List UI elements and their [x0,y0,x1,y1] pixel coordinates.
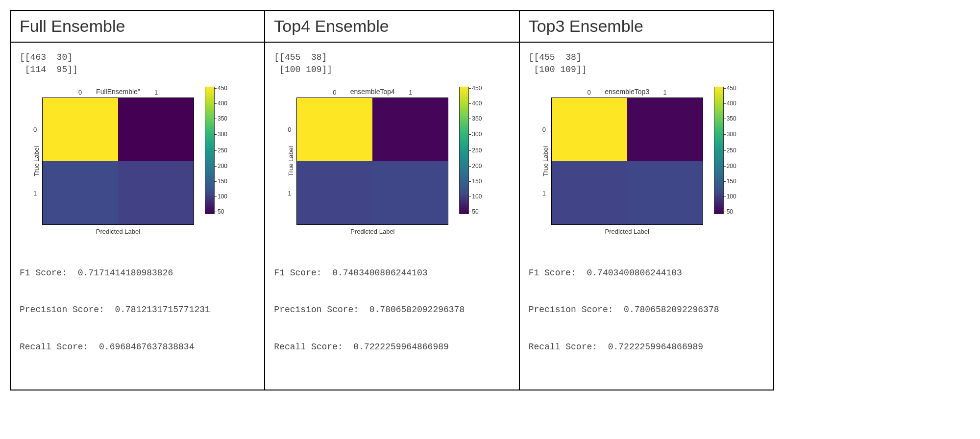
cb-tick: 400 [218,100,227,107]
ensemble-comparison-table: Full Ensemble [[463 30] [114 95]] FullEn… [10,10,774,390]
cb-tick: 350 [727,115,736,122]
x-tick: 0 [333,89,336,96]
confusion-matrix-text: [[463 30] [114 95]] [20,51,255,76]
heatmap-cell [552,161,627,224]
heatmap-cell [627,161,703,224]
panel-full-ensemble: Full Ensemble [[463 30] [114 95]] FullEn… [11,11,265,390]
colorbar: 450 400 350 300 250 200 150 100 50 [714,87,746,214]
heatmap-cell [118,98,194,161]
heatmap-cell [372,161,448,224]
f1-score: F1 Score: 0.7171414180983826 [20,267,255,279]
confusion-heatmap: FullEnsemble" 0 1 0 1 True Label [20,85,255,235]
x-tick: 0 [588,89,591,96]
metrics-block: F1 Score: 0.7403400806244103 Precision S… [529,242,764,378]
x-axis-label: Predicted Label [296,228,448,235]
colorbar-ticks: 450 400 350 300 250 200 150 100 50 [727,87,746,214]
x-axis-label: Predicted Label [42,228,194,235]
heatmap-cell [118,161,194,224]
y-tick: 0 [542,126,546,133]
colorbar-gradient [714,87,724,214]
y-axis-label: True Label [542,146,549,177]
colorbar: 450 400 350 300 250 200 150 100 50 [205,87,237,214]
precision-score: Precision Score: 0.7812131715771231 [20,304,255,316]
cb-tick: 350 [472,115,482,122]
heatmap-cell [43,161,118,224]
recall-score: Recall Score: 0.6968467637838834 [20,341,255,353]
panel-title: Top4 Ensemble [265,11,518,43]
chart-title: ensembleTop4 [296,88,448,96]
heatmap-grid: ensembleTop3 0 1 0 1 True Label [551,98,703,225]
y-tick: 1 [288,190,291,197]
y-axis-label: True Label [288,146,295,177]
confusion-matrix-text: [[455 38] [100 109]] [274,51,510,76]
heatmap-grid: ensembleTop4 0 1 0 1 True Label [296,98,448,225]
y-tick: 0 [33,126,37,133]
cb-tick: 300 [727,131,736,138]
f1-score: F1 Score: 0.7403400806244103 [274,267,510,279]
cb-tick: 150 [472,178,482,185]
heatmap-grid: FullEnsemble" 0 1 0 1 True Label [42,98,194,225]
cb-tick: 450 [218,85,227,92]
cb-tick: 400 [472,100,482,107]
cb-tick: 300 [472,131,482,138]
panel-title: Top3 Ensemble [520,11,773,43]
recall-score: Recall Score: 0.7222259964866989 [529,341,764,353]
f1-score: F1 Score: 0.7403400806244103 [529,267,764,279]
x-axis-label: Predicted Label [551,228,703,235]
confusion-heatmap: ensembleTop4 0 1 0 1 True Label [274,85,510,235]
cb-tick: 200 [472,163,482,170]
cb-tick: 250 [727,147,736,154]
cb-tick: 150 [218,178,227,185]
metrics-block: F1 Score: 0.7403400806244103 Precision S… [274,242,510,378]
metrics-block: F1 Score: 0.7171414180983826 Precision S… [20,242,255,378]
colorbar: 450 400 350 300 250 200 150 100 50 [459,87,491,214]
x-tick: 1 [409,89,412,96]
y-axis-label: True Label [33,146,40,177]
panel-top3-ensemble: Top3 Ensemble [[455 38] [100 109]] ensem… [520,11,773,390]
heatmap-cell [627,98,703,161]
precision-score: Precision Score: 0.7806582092296378 [529,304,764,316]
cb-tick: 300 [218,131,227,138]
cb-tick: 50 [472,208,478,215]
cb-tick: 400 [727,100,736,107]
heatmap-cell [297,161,372,224]
heatmap-cell [372,98,448,161]
panel-body: [[455 38] [100 109]] ensembleTop3 0 1 0 … [520,43,773,390]
confusion-heatmap: ensembleTop3 0 1 0 1 True Label [529,85,764,235]
colorbar-gradient [205,87,215,214]
panel-top4-ensemble: Top4 Ensemble [[455 38] [100 109]] ensem… [265,11,519,390]
precision-score: Precision Score: 0.7806582092296378 [274,304,510,316]
panel-title: Full Ensemble [11,11,264,43]
y-tick: 1 [33,190,37,197]
x-tick: 1 [663,89,667,96]
heatmap-cell [552,98,627,161]
panel-body: [[463 30] [114 95]] FullEnsemble" 0 1 0 … [11,43,264,390]
cb-tick: 100 [727,193,736,200]
cb-tick: 200 [218,163,227,170]
cb-tick: 150 [727,178,736,185]
y-tick: 0 [288,126,291,133]
heatmap-cell [297,98,372,161]
cb-tick: 350 [218,115,227,122]
x-tick: 1 [154,89,158,96]
cb-tick: 100 [472,193,482,200]
heatmap-cell [43,98,118,161]
colorbar-ticks: 450 400 350 300 250 200 150 100 50 [472,87,491,214]
cb-tick: 450 [472,85,482,92]
cb-tick: 200 [727,163,736,170]
y-tick: 1 [542,190,546,197]
colorbar-gradient [459,87,469,214]
colorbar-ticks: 450 400 350 300 250 200 150 100 50 [218,87,237,214]
cb-tick: 50 [218,208,224,215]
recall-score: Recall Score: 0.7222259964866989 [274,341,510,353]
cb-tick: 250 [218,147,227,154]
cb-tick: 50 [727,208,733,215]
cb-tick: 100 [218,193,227,200]
cb-tick: 250 [472,147,482,154]
confusion-matrix-text: [[455 38] [100 109]] [529,51,764,76]
cb-tick: 450 [727,85,736,92]
chart-title: ensembleTop3 [551,88,703,96]
chart-title: FullEnsemble" [42,88,194,96]
x-tick: 0 [78,89,82,96]
panel-body: [[455 38] [100 109]] ensembleTop4 0 1 0 … [265,43,518,390]
